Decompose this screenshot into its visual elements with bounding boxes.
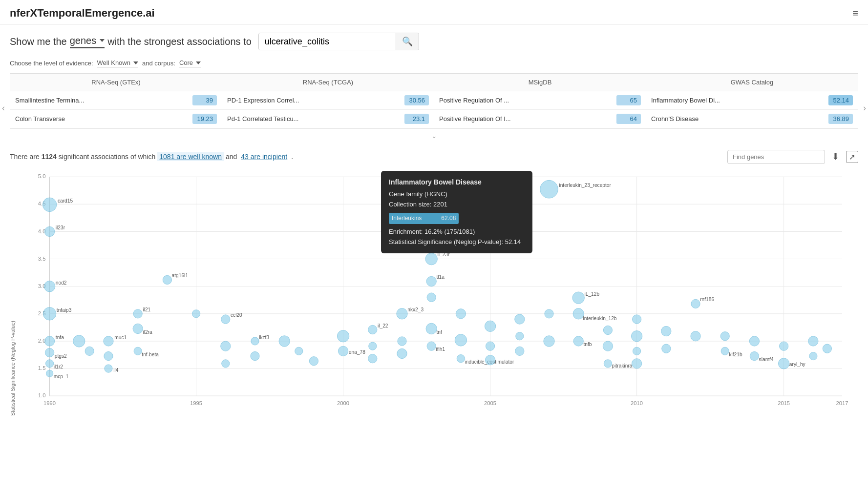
bubble[interactable] [631,331,642,342]
download-icon[interactable]: ⬇ [830,149,841,164]
bubble[interactable] [134,347,142,355]
bubble[interactable] [73,335,85,347]
bubble[interactable] [369,342,377,350]
bubble[interactable] [133,324,143,333]
bubble[interactable] [46,370,53,377]
bubble[interactable] [516,332,524,340]
prev-arrow-icon[interactable]: ‹ [2,103,5,113]
bubble[interactable] [368,354,377,363]
bubble[interactable] [309,357,318,366]
bubble-label: atg16l1 [172,273,189,278]
bubble[interactable] [397,348,407,358]
bubble[interactable] [779,342,788,350]
bubble[interactable] [456,309,466,319]
bubble[interactable] [426,276,436,286]
chart-container: 1.0 1.5 2.0 2.5 3.0 3.5 4.0 4.5 5.0 1 [19,172,858,416]
bubble[interactable] [604,360,612,368]
bubble[interactable] [778,358,789,369]
bubble[interactable] [603,326,612,334]
bubble[interactable] [750,351,759,360]
bubble[interactable] [45,360,53,368]
bubble[interactable] [545,309,553,318]
bubble[interactable] [573,336,583,346]
bubble[interactable] [43,307,56,321]
bubble[interactable] [105,365,112,372]
hamburger-icon[interactable]: ≡ [852,8,858,19]
bubble[interactable] [295,347,303,355]
bubble[interactable] [368,325,377,334]
bubble[interactable] [721,347,729,355]
search-input[interactable] [259,33,396,50]
bubble[interactable] [398,337,406,346]
bubble[interactable] [104,351,113,360]
bubble[interactable] [809,352,817,360]
bubble[interactable] [457,354,465,362]
bubble[interactable] [426,323,437,334]
bubble[interactable] [573,308,584,319]
corpus-dropdown[interactable]: Core [179,59,201,67]
next-arrow-icon[interactable]: › [863,103,866,113]
bubble[interactable] [104,336,113,346]
bubble[interactable] [163,275,171,284]
bubble[interactable] [338,346,348,356]
bubble[interactable] [251,337,259,345]
bubble[interactable] [572,292,584,304]
bubble[interactable] [192,310,200,318]
row-value[interactable]: 64 [616,114,641,124]
bubble[interactable] [540,180,558,198]
well-known-link[interactable]: 1081 are well known [157,152,224,161]
bubble[interactable] [691,299,700,308]
bubble[interactable] [44,281,55,291]
bubble[interactable] [662,344,671,353]
bubble[interactable] [661,326,671,336]
evidence-level-dropdown[interactable]: Well Known [97,59,138,67]
bubble[interactable] [808,336,818,346]
expand-icon[interactable]: ⌄ [432,133,437,140]
bubble[interactable] [485,321,495,331]
row-value[interactable]: 65 [616,95,641,105]
gene-search-input[interactable] [727,150,825,164]
bubble[interactable] [337,330,349,342]
bubble[interactable] [691,331,700,341]
bubble[interactable] [251,351,259,360]
row-value[interactable]: 39 [192,95,217,105]
bubble[interactable] [632,315,641,324]
bubble[interactable] [632,359,641,368]
bubble[interactable] [455,334,466,346]
bubble[interactable] [221,315,230,324]
bubble[interactable] [427,293,436,302]
row-value[interactable]: 19.23 [192,114,217,124]
row-value[interactable]: 30.56 [404,95,429,105]
row-value[interactable]: 52.14 [828,95,853,105]
bubble[interactable] [85,347,94,355]
incipient-link[interactable]: 43 are incipient [239,152,289,161]
bubble[interactable] [749,336,759,346]
bubble[interactable] [485,355,495,365]
bubble[interactable] [515,314,525,324]
bubble[interactable] [221,341,231,351]
bubble[interactable] [486,342,494,350]
bubble[interactable] [427,342,436,350]
bubble[interactable] [823,344,831,353]
search-button[interactable]: 🔍 [396,33,419,50]
row-value[interactable]: 23.1 [404,114,429,124]
bubble[interactable] [633,347,640,355]
bubble[interactable] [425,253,437,265]
export-icon[interactable]: ➚ [846,151,858,163]
bubble[interactable] [44,226,54,236]
bubble[interactable] [133,309,142,318]
bubble[interactable] [44,336,54,346]
bubble[interactable] [720,332,729,341]
bubble[interactable] [603,341,613,351]
bubble-label: ccl20 [231,312,242,318]
bubble-label: ikzf3 [259,335,269,340]
row-value[interactable]: 36.89 [828,114,853,124]
bubble[interactable] [222,360,230,368]
bubble[interactable] [515,347,524,355]
bubble[interactable] [544,336,554,347]
bubble[interactable] [279,336,290,347]
entity-dropdown[interactable]: genes [70,35,105,48]
bubble[interactable] [45,348,54,357]
bubble[interactable] [397,308,407,319]
bubble[interactable] [42,198,57,212]
